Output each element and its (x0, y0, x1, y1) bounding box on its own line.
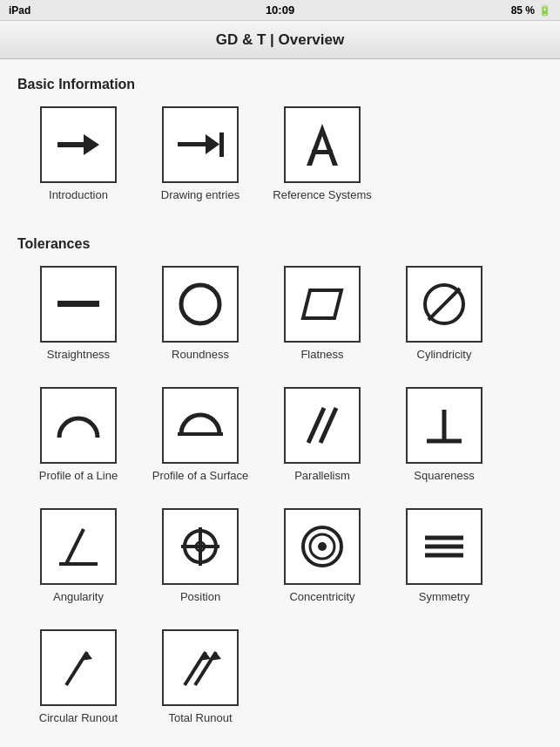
symbol-box-angularity (40, 508, 117, 585)
section-title-tolerances: Tolerances (17, 236, 543, 252)
profile-surface-icon (174, 399, 226, 452)
item-concentricity[interactable]: Concentricity (261, 508, 383, 603)
time-display: 10:09 (266, 3, 294, 17)
angularity-icon (52, 520, 105, 573)
parallelism-icon (296, 399, 348, 452)
label-profile-of-a-line: Profile of a Line (39, 469, 118, 482)
basic-grid: Introduction Drawing entries (17, 106, 543, 219)
total-runout-icon (174, 642, 226, 694)
flatness-icon (296, 278, 348, 330)
symbol-box-symmetry (406, 508, 482, 585)
tolerances-row-3: Angularity Position (17, 508, 543, 621)
nav-bar: GD & T | Overview (0, 21, 560, 59)
label-flatness: Flatness (300, 348, 343, 361)
svg-marker-2 (84, 134, 99, 155)
item-cylindricity[interactable]: Cylindricity (383, 266, 505, 361)
label-position: Position (180, 590, 220, 603)
symbol-box-position (162, 508, 239, 585)
item-parallelism[interactable]: Parallelism (261, 387, 383, 482)
item-roundness[interactable]: Roundness (139, 266, 261, 361)
symbol-box-reference-systems (284, 106, 361, 183)
svg-marker-35 (209, 652, 221, 661)
section-tolerances: Tolerances Straightness Roundn (17, 236, 543, 742)
svg-rect-5 (219, 132, 224, 157)
battery-icon: 🔋 (538, 4, 551, 17)
cylindricity-icon (418, 278, 470, 330)
symbol-box-profile-of-a-line (40, 387, 117, 464)
symmetry-icon (418, 520, 470, 573)
svg-point-9 (181, 285, 219, 323)
symbol-box-circular-runout (40, 629, 117, 706)
section-title-basic: Basic Information (17, 77, 543, 92)
section-basic: Basic Information Introduction (17, 77, 543, 219)
svg-marker-10 (303, 290, 341, 318)
tolerances-row-4: Circular Runout Total Runout (17, 629, 543, 742)
concentricity-icon (296, 520, 348, 573)
label-straightness: Straightness (47, 348, 110, 361)
svg-rect-3 (178, 142, 209, 146)
item-introduction[interactable]: Introduction (17, 106, 139, 201)
circular-runout-icon (52, 642, 105, 694)
label-concentricity: Concentricity (289, 590, 354, 603)
roundness-icon (174, 278, 226, 330)
main-content: Basic Information Introduction (0, 59, 560, 747)
status-bar: iPad 10:09 85 % 🔋 (0, 0, 560, 21)
tolerances-row-1: Straightness Roundness (17, 266, 543, 378)
svg-marker-33 (199, 652, 211, 661)
tolerances-row-2: Profile of a Line Profile of a Surface (17, 387, 543, 499)
svg-line-12 (428, 289, 460, 320)
symbol-box-parallelism (284, 387, 361, 464)
symbol-box-straightness (40, 266, 117, 343)
label-angularity: Angularity (53, 590, 104, 603)
label-circular-runout: Circular Runout (39, 711, 118, 724)
svg-rect-1 (57, 142, 84, 147)
item-symmetry[interactable]: Symmetry (383, 508, 505, 603)
label-cylindricity: Cylindricity (417, 348, 472, 361)
label-parallelism: Parallelism (294, 469, 350, 482)
item-straightness[interactable]: Straightness (17, 266, 139, 361)
svg-marker-4 (206, 134, 219, 154)
item-total-runout[interactable]: Total Runout (139, 629, 261, 724)
item-flatness[interactable]: Flatness (261, 266, 383, 361)
squareness-icon (418, 399, 470, 452)
item-squareness[interactable]: Squareness (383, 387, 505, 482)
svg-line-19 (66, 529, 84, 564)
nav-title: GD & T | Overview (216, 31, 344, 49)
item-angularity[interactable]: Angularity (17, 508, 139, 603)
svg-rect-8 (57, 301, 99, 307)
battery-label: 85 % (511, 4, 535, 17)
label-symmetry: Symmetry (419, 590, 470, 603)
symbol-box-flatness (284, 266, 361, 343)
label-drawing-entries: Drawing entries (161, 188, 240, 201)
label-introduction: Introduction (49, 188, 108, 201)
item-circular-runout[interactable]: Circular Runout (17, 629, 139, 724)
label-roundness: Roundness (172, 348, 229, 361)
label-squareness: Squareness (414, 469, 474, 482)
symbol-box-profile-of-a-surface (162, 387, 239, 464)
symbol-box-drawing-entries (162, 106, 239, 183)
symbol-box-roundness (162, 266, 239, 343)
item-drawing-entries[interactable]: Drawing entries (139, 106, 261, 201)
device-label: iPad (9, 4, 30, 17)
introduction-icon (52, 119, 105, 171)
item-profile-of-a-surface[interactable]: Profile of a Surface (139, 387, 261, 482)
item-reference-systems[interactable]: Reference Systems (261, 106, 383, 201)
symbol-box-introduction (40, 106, 117, 183)
svg-marker-31 (80, 652, 92, 661)
profile-line-icon (52, 399, 105, 452)
label-reference-systems: Reference Systems (273, 188, 371, 201)
symbol-box-squareness (406, 387, 482, 464)
position-icon (174, 520, 226, 573)
reference-systems-icon (296, 119, 348, 171)
item-profile-of-a-line[interactable]: Profile of a Line (17, 387, 139, 482)
drawing-entries-icon (174, 119, 226, 171)
label-profile-of-a-surface: Profile of a Surface (152, 469, 249, 482)
svg-point-26 (318, 542, 327, 551)
svg-marker-6 (307, 124, 338, 166)
symbol-box-cylindricity (406, 266, 482, 343)
status-right: 85 % 🔋 (511, 4, 551, 17)
item-position[interactable]: Position (139, 508, 261, 603)
symbol-box-total-runout (162, 629, 239, 706)
label-total-runout: Total Runout (169, 711, 233, 724)
symbol-box-concentricity (284, 508, 361, 585)
